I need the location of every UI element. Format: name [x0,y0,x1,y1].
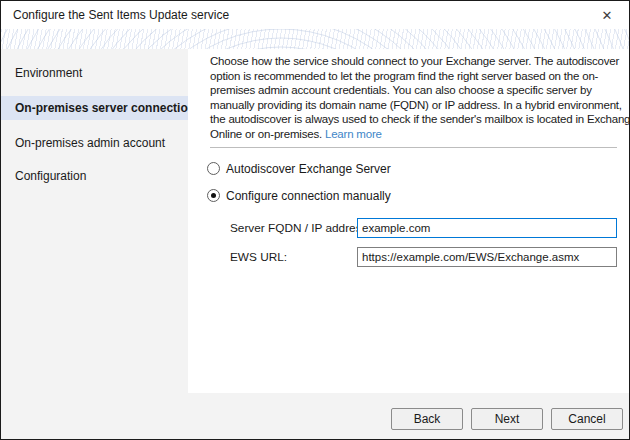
server-fqdn-field-row: Server FQDN / IP address: [230,218,617,238]
server-fqdn-label: Server FQDN / IP address: [230,221,357,235]
radio-circle-icon[interactable] [207,189,220,202]
cancel-button[interactable]: Cancel [551,408,623,430]
description-line: premises admin account credentials. You … [210,83,617,98]
description-line: Choose how the service should connect to… [210,54,617,69]
sidebar-item-onprem-server-connection[interactable]: On-premises server connection [1,96,188,120]
radio-configure-manually[interactable]: Configure connection manually [207,189,617,203]
close-icon[interactable]: ✕ [585,1,629,29]
sidebar-item-label: Configuration [15,169,86,183]
ews-url-label: EWS URL: [230,250,357,264]
back-button[interactable]: Back [391,408,463,430]
dialog-window: Configure the Sent Items Update service … [0,0,630,440]
server-fqdn-input[interactable] [357,218,617,238]
description-line: manually providing its domain name (FQDN… [210,98,617,113]
radio-circle-icon[interactable] [207,162,220,175]
decorative-arcs [1,29,629,49]
next-button[interactable]: Next [471,408,543,430]
content-panel: Choose how the service should connect to… [188,49,629,393]
sidebar-item-label: On-premises admin account [15,136,165,150]
sidebar-item-label: On-premises server connection [15,101,195,115]
radio-autodiscover[interactable]: Autodiscover Exchange Server [207,162,617,176]
description-paragraph: Choose how the service should connect to… [210,54,617,142]
sidebar-item-configuration[interactable]: Configuration [1,164,188,188]
dialog-title: Configure the Sent Items Update service [13,8,229,22]
section-divider [210,147,617,148]
sidebar-item-label: Environment [15,66,82,80]
radio-autodiscover-label: Autodiscover Exchange Server [226,162,391,176]
decorative-band [1,29,629,49]
radio-configure-manually-label: Configure connection manually [226,189,391,203]
ews-url-input[interactable] [357,247,617,267]
sidebar-item-environment[interactable]: Environment [1,61,188,85]
title-bar: Configure the Sent Items Update service … [1,1,629,29]
ews-url-field-row: EWS URL: [230,247,617,267]
sidebar-item-onprem-admin-account[interactable]: On-premises admin account [1,131,188,155]
description-line: the autodiscover is always used to check… [210,112,617,127]
description-line: option is recommended to let the program… [210,69,617,84]
sidebar-nav: Environment On-premises server connectio… [1,49,188,393]
description-line: Online or on-premises. [210,128,322,140]
footer-button-bar: Back Next Cancel [391,408,623,430]
learn-more-link[interactable]: Learn more [325,128,382,140]
